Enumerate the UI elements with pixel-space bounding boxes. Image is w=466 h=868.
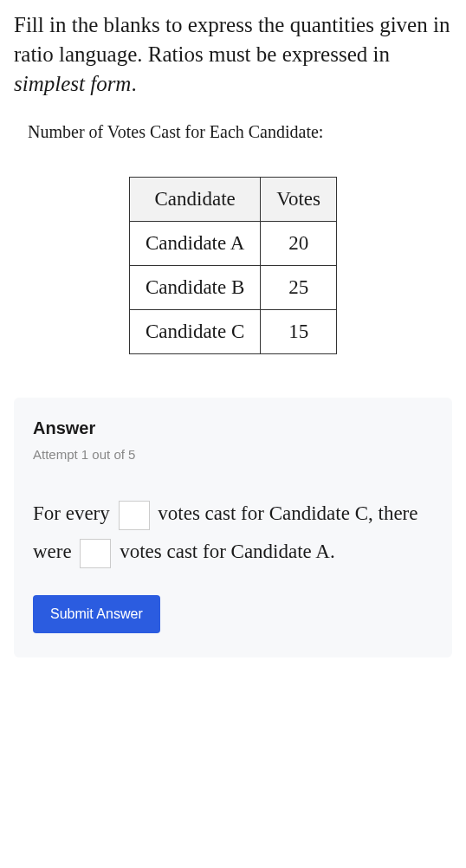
cell-votes: 15 xyxy=(261,310,337,354)
header-candidate: Candidate xyxy=(129,178,260,222)
attempt-counter: Attempt 1 out of 5 xyxy=(33,447,433,462)
instructions-emphasis: simplest form xyxy=(14,72,131,95)
cell-candidate: Candidate C xyxy=(129,310,260,354)
problem-container: Fill in the blanks to express the quanti… xyxy=(0,0,466,675)
blank-input-1[interactable] xyxy=(119,501,150,530)
header-votes: Votes xyxy=(261,178,337,222)
blank-input-2[interactable] xyxy=(80,539,111,568)
table-row: Candidate A 20 xyxy=(129,222,336,266)
cell-votes: 25 xyxy=(261,266,337,310)
sentence-part3: votes cast for Candidate A. xyxy=(114,541,334,562)
fill-blank-sentence: For every votes cast for Candidate C, th… xyxy=(33,495,433,570)
cell-candidate: Candidate A xyxy=(129,222,260,266)
answer-section: Answer Attempt 1 out of 5 For every vote… xyxy=(14,398,452,657)
cell-candidate: Candidate B xyxy=(129,266,260,310)
table-row: Candidate C 15 xyxy=(129,310,336,354)
sentence-part1: For every xyxy=(33,502,115,524)
instructions-suffix: . xyxy=(131,72,136,95)
cell-votes: 20 xyxy=(261,222,337,266)
submit-answer-button[interactable]: Submit Answer xyxy=(33,595,160,633)
table-header-row: Candidate Votes xyxy=(129,178,336,222)
instructions-text: Fill in the blanks to express the quanti… xyxy=(14,10,452,98)
instructions-prefix: Fill in the blanks to express the quanti… xyxy=(14,13,450,66)
table-title: Number of Votes Cast for Each Candidate: xyxy=(28,122,452,142)
answer-heading: Answer xyxy=(33,418,433,438)
votes-table: Candidate Votes Candidate A 20 Candidate… xyxy=(129,177,337,354)
table-row: Candidate B 25 xyxy=(129,266,336,310)
